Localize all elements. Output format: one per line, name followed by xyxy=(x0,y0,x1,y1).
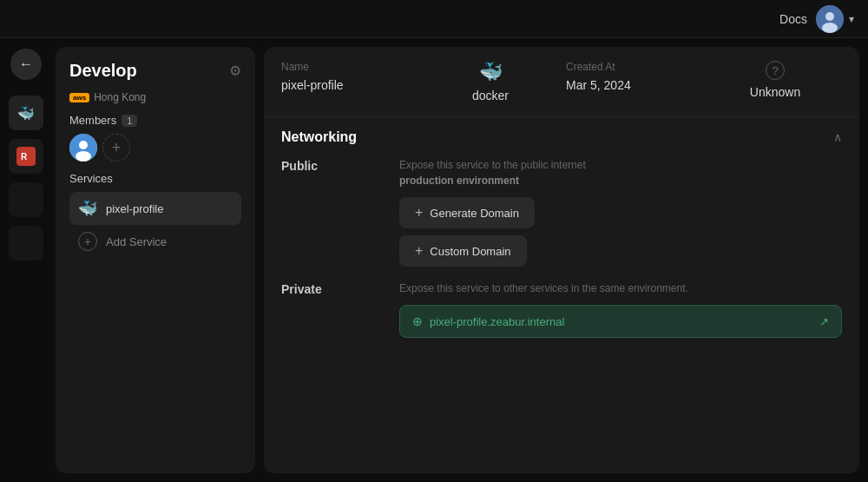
header-created-col: Created At Mar 5, 2024 xyxy=(566,61,700,102)
public-actions: + Generate Domain + Custom Domain xyxy=(399,197,842,267)
user-avatar[interactable] xyxy=(816,5,844,33)
svg-point-1 xyxy=(825,12,834,21)
private-networking-row: Private Expose this service to other ser… xyxy=(281,281,842,338)
custom-domain-label: Custom Domain xyxy=(430,245,510,258)
rail-extra-item-1[interactable] xyxy=(9,182,43,217)
networking-section-header[interactable]: Networking ∧ xyxy=(281,117,842,157)
private-content: Expose this service to other services in… xyxy=(399,281,842,338)
service-item-pixel-profile[interactable]: 🐳 pixel-profile xyxy=(69,192,241,225)
header-name-col: Name pixel-profile xyxy=(281,61,415,102)
public-networking-row: Public Expose this service to the public… xyxy=(281,157,842,267)
back-button[interactable]: ← xyxy=(10,49,42,80)
plus-icon-2: + xyxy=(415,243,423,259)
region-name: Hong Kong xyxy=(94,91,146,103)
created-value: Mar 5, 2024 xyxy=(566,78,631,92)
svg-point-2 xyxy=(822,23,838,33)
rail-redis-item[interactable]: R xyxy=(9,139,43,174)
header-type-col: 🐳 docker xyxy=(424,61,557,102)
generate-domain-button[interactable]: + Generate Domain xyxy=(399,197,535,228)
services-section: Services 🐳 pixel-profile + Add Service xyxy=(69,172,241,258)
members-avatars: + xyxy=(69,134,241,162)
members-count: 1 xyxy=(122,115,137,127)
header-status-col: ? Unknown xyxy=(708,61,842,102)
service-docker-icon: 🐳 xyxy=(78,199,97,218)
external-link-icon[interactable]: ↗ xyxy=(819,315,829,328)
add-service-label: Add Service xyxy=(106,235,167,248)
redis-icon: R xyxy=(16,147,36,166)
networking-title: Networking xyxy=(281,129,357,145)
public-content: Expose this service to the public intern… xyxy=(399,157,842,267)
generate-domain-label: Generate Domain xyxy=(430,207,519,220)
member-avatar-1[interactable] xyxy=(69,134,97,162)
chevron-up-icon: ∧ xyxy=(833,130,842,144)
settings-icon[interactable]: ⚙ xyxy=(229,63,241,79)
globe-icon: ⊕ xyxy=(412,314,423,328)
svg-text:R: R xyxy=(21,152,28,162)
project-region: aws Hong Kong xyxy=(69,91,241,103)
docker-icon: 🐳 xyxy=(17,105,35,122)
status-value: Unknown xyxy=(750,85,800,99)
type-value: docker xyxy=(472,89,509,102)
created-label: Created At xyxy=(566,61,615,73)
add-service-button[interactable]: + Add Service xyxy=(69,225,241,258)
content-panel: Name pixel-profile 🐳 docker Created At M… xyxy=(264,47,859,473)
type-docker-icon: 🐳 xyxy=(479,61,503,83)
add-member-button[interactable]: + xyxy=(102,134,130,162)
project-sidebar: Develop ⚙ aws Hong Kong Members 1 + xyxy=(56,47,255,473)
question-icon[interactable]: ? xyxy=(766,61,785,80)
name-value: pixel-profile xyxy=(281,78,344,92)
docs-link[interactable]: Docs xyxy=(779,12,807,26)
networking-section: Networking ∧ Public Expose this service … xyxy=(264,117,859,352)
icon-rail: ← 🐳 R xyxy=(0,38,52,482)
main-layout: ← 🐳 R Develop ⚙ aws Hong Kong xyxy=(0,38,868,482)
main-content: Name pixel-profile 🐳 docker Created At M… xyxy=(255,38,868,482)
service-name: pixel-profile xyxy=(106,202,163,215)
service-header: Name pixel-profile 🐳 docker Created At M… xyxy=(264,47,859,117)
private-domain-text: pixel-profile.zeabur.internal xyxy=(430,315,564,328)
project-title: Develop xyxy=(69,61,137,81)
aws-badge: aws xyxy=(69,93,89,102)
project-title-row: Develop ⚙ xyxy=(69,61,241,81)
members-label: Members 1 xyxy=(69,114,241,127)
private-desc: Expose this service to other services in… xyxy=(399,281,842,296)
private-label: Private xyxy=(281,281,385,296)
plus-icon: + xyxy=(415,205,423,221)
private-domain-left: ⊕ pixel-profile.zeabur.internal xyxy=(412,314,564,328)
rail-extra-item-2[interactable] xyxy=(9,226,43,261)
add-service-icon: + xyxy=(78,232,97,251)
name-label: Name xyxy=(281,61,309,73)
services-label: Services xyxy=(69,172,241,185)
public-label: Public xyxy=(281,157,385,173)
chevron-down-icon[interactable]: ▾ xyxy=(849,13,854,25)
svg-point-6 xyxy=(79,141,88,149)
public-desc: Expose this service to the public intern… xyxy=(399,157,842,188)
topbar: Docs ▾ xyxy=(0,0,868,38)
private-domain-box: ⊕ pixel-profile.zeabur.internal ↗ xyxy=(399,305,842,338)
rail-docker-item[interactable]: 🐳 xyxy=(9,96,43,130)
back-icon: ← xyxy=(19,56,33,72)
public-env: production environment xyxy=(399,175,519,187)
custom-domain-button[interactable]: + Custom Domain xyxy=(399,235,527,267)
svg-point-7 xyxy=(76,151,91,162)
members-section: Members 1 + xyxy=(69,114,241,162)
